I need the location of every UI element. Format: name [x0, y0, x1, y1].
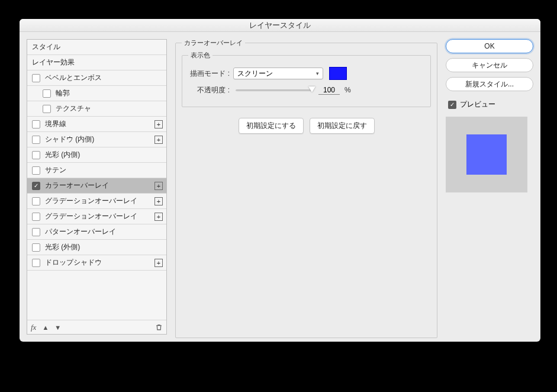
- effect-row[interactable]: 境界線+: [27, 117, 166, 132]
- effect-checkbox[interactable]: [32, 213, 40, 221]
- move-down-icon[interactable]: ▼: [54, 324, 61, 331]
- effect-row[interactable]: ドロップシャドウ+: [27, 255, 166, 271]
- sidebar-header-styles[interactable]: スタイル: [27, 40, 166, 55]
- trash-icon[interactable]: [155, 323, 163, 331]
- opacity-label: 不透明度 :: [188, 85, 230, 95]
- slider-thumb-icon[interactable]: [308, 86, 315, 92]
- section-title: 表示色: [188, 51, 213, 60]
- preview-label: プレビュー: [460, 99, 495, 110]
- layer-style-dialog: レイヤースタイル スタイル レイヤー効果 ベベルとエンボス輪郭テクスチャ境界線+…: [20, 19, 540, 342]
- color-overlay-group: カラーオーバーレイ 表示色 描画モード : スクリーン ▾ 不透明度 :: [175, 43, 437, 338]
- sidebar-header-effects[interactable]: レイヤー効果: [27, 55, 166, 70]
- add-effect-icon[interactable]: +: [154, 182, 163, 190]
- effect-row[interactable]: 光彩 (内側): [27, 147, 166, 163]
- effect-label: ベベルとエンボス: [45, 73, 102, 83]
- effect-label: カラーオーバーレイ: [45, 181, 109, 191]
- blend-mode-select[interactable]: スクリーン ▾: [233, 68, 323, 79]
- effect-checkbox[interactable]: [32, 228, 40, 236]
- effect-checkbox[interactable]: [32, 74, 40, 82]
- effect-checkbox[interactable]: [32, 120, 40, 128]
- blend-mode-row: 描画モード : スクリーン ▾: [188, 65, 424, 82]
- move-up-icon[interactable]: ▲: [42, 324, 49, 331]
- new-style-button[interactable]: 新規スタイル...: [446, 77, 533, 91]
- effect-row[interactable]: グラデーションオーバーレイ+: [27, 209, 166, 224]
- settings-panel: カラーオーバーレイ 表示色 描画モード : スクリーン ▾ 不透明度 :: [175, 39, 437, 335]
- group-title: カラーオーバーレイ: [182, 38, 245, 47]
- effect-checkbox[interactable]: [43, 105, 51, 113]
- effect-label: シャドウ (内側): [45, 134, 94, 144]
- ok-button[interactable]: OK: [446, 39, 533, 53]
- chevron-down-icon: ▾: [316, 70, 319, 76]
- overlay-color-swatch[interactable]: [329, 67, 347, 80]
- preview-toggle-row: プレビュー: [446, 99, 533, 110]
- effect-label: グラデーションオーバーレイ: [45, 196, 137, 206]
- effect-row[interactable]: テクスチャ: [27, 101, 166, 117]
- opacity-input[interactable]: [318, 86, 340, 95]
- add-effect-icon[interactable]: +: [154, 197, 163, 205]
- add-effect-icon[interactable]: +: [154, 120, 163, 128]
- effect-checkbox[interactable]: [43, 89, 51, 98]
- effect-checkbox[interactable]: [32, 166, 40, 175]
- effect-checkbox[interactable]: [32, 259, 40, 267]
- preview-swatch: [466, 134, 507, 175]
- action-panel: OK キャンセル 新規スタイル... プレビュー: [446, 39, 533, 335]
- reset-default-button[interactable]: 初期設定に戻す: [310, 118, 375, 134]
- effect-checkbox[interactable]: [32, 151, 40, 159]
- effect-row[interactable]: シャドウ (内側)+: [27, 132, 166, 147]
- preview-checkbox[interactable]: [448, 101, 456, 109]
- effects-sidebar: スタイル レイヤー効果 ベベルとエンボス輪郭テクスチャ境界線+シャドウ (内側)…: [27, 39, 167, 335]
- effect-checkbox[interactable]: [32, 243, 40, 252]
- effect-label: 境界線: [45, 119, 66, 129]
- effect-label: テクスチャ: [56, 104, 91, 114]
- effect-row[interactable]: カラーオーバーレイ+: [27, 178, 166, 194]
- effect-label: グラデーションオーバーレイ: [45, 211, 137, 221]
- effect-checkbox[interactable]: [32, 197, 40, 205]
- effect-row[interactable]: グラデーションオーバーレイ+: [27, 194, 166, 209]
- effect-row[interactable]: パターンオーバーレイ: [27, 224, 166, 240]
- preview-box: [446, 117, 527, 192]
- effect-row[interactable]: サテン: [27, 163, 166, 178]
- add-effect-icon[interactable]: +: [154, 259, 163, 267]
- default-buttons: 初期設定にする 初期設定に戻す: [182, 118, 431, 134]
- effects-list: スタイル レイヤー効果 ベベルとエンボス輪郭テクスチャ境界線+シャドウ (内側)…: [27, 40, 166, 320]
- cancel-button[interactable]: キャンセル: [446, 58, 533, 72]
- dialog-body: スタイル レイヤー効果 ベベルとエンボス輪郭テクスチャ境界線+シャドウ (内側)…: [20, 32, 540, 342]
- effect-label: 光彩 (内側): [45, 150, 80, 160]
- opacity-row: 不透明度 : %: [188, 82, 424, 98]
- opacity-slider[interactable]: [236, 89, 313, 91]
- effect-label: 光彩 (外側): [45, 242, 80, 252]
- opacity-unit: %: [344, 86, 351, 94]
- sidebar-footer: fx ▲ ▼: [27, 320, 166, 334]
- effect-label: ドロップシャドウ: [45, 258, 102, 268]
- blend-mode-label: 描画モード :: [188, 69, 230, 79]
- effect-checkbox[interactable]: [32, 182, 40, 190]
- sidebar-header-label: レイヤー効果: [32, 57, 75, 68]
- effect-label: 輪郭: [56, 88, 70, 98]
- effect-label: パターンオーバーレイ: [45, 227, 116, 237]
- add-effect-icon[interactable]: +: [154, 213, 163, 221]
- sidebar-header-label: スタイル: [32, 42, 60, 52]
- effect-checkbox[interactable]: [32, 136, 40, 144]
- make-default-button[interactable]: 初期設定にする: [239, 118, 304, 134]
- effect-row[interactable]: 輪郭: [27, 86, 166, 101]
- add-effect-icon[interactable]: +: [154, 136, 163, 144]
- blend-mode-value: スクリーン: [237, 69, 273, 79]
- display-color-group: 表示色 描画モード : スクリーン ▾ 不透明度 :: [182, 55, 431, 107]
- window-title: レイヤースタイル: [20, 19, 540, 32]
- effect-row[interactable]: ベベルとエンボス: [27, 70, 166, 86]
- effect-label: サテン: [45, 165, 66, 175]
- effect-row[interactable]: 光彩 (外側): [27, 240, 166, 255]
- fx-icon[interactable]: fx: [31, 323, 36, 332]
